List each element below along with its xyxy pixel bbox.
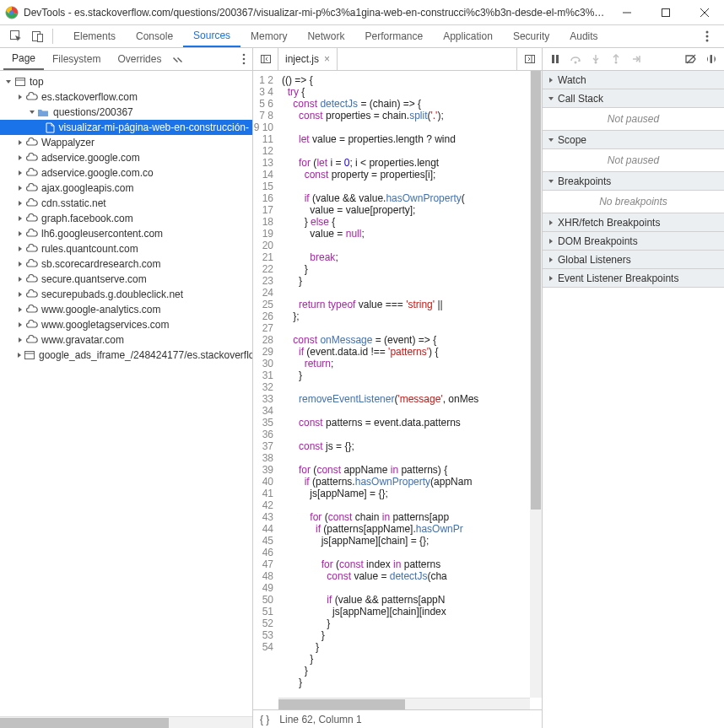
accordion-header-global-listeners[interactable]: Global Listeners — [543, 251, 724, 269]
step-into-button[interactable] — [586, 50, 605, 68]
pause-on-exceptions-button[interactable] — [702, 50, 721, 68]
device-toolbar-button[interactable] — [27, 25, 49, 47]
deactivate-breakpoints-button[interactable] — [682, 50, 700, 68]
accordion-body: Not paused — [543, 108, 724, 131]
tree-row[interactable]: visualizar-mi-página-web-en-construcción… — [0, 120, 252, 135]
inspect-element-button[interactable] — [5, 25, 27, 47]
main-tab-application[interactable]: Application — [433, 25, 503, 47]
tree-row[interactable]: ajax.googleapis.com — [0, 181, 252, 196]
tree-row[interactable]: google_ads_iframe_/248424177/es.stackove… — [0, 348, 252, 363]
svg-point-27 — [595, 62, 597, 64]
chrome-favicon-icon — [5, 6, 19, 19]
accordion-body: No breakpoints — [543, 191, 724, 213]
main-tabs: ElementsConsoleSourcesMemoryNetworkPerfo… — [63, 25, 695, 47]
main-tab-memory[interactable]: Memory — [240, 25, 297, 47]
pretty-print-button[interactable]: { } — [260, 714, 269, 725]
accordion-header-breakpoints[interactable]: Breakpoints — [543, 172, 724, 191]
main-tab-network[interactable]: Network — [297, 25, 354, 47]
navigator-subtabs: PageFilesystemOverrides — [0, 48, 252, 71]
navigator-menu-button[interactable] — [235, 48, 252, 70]
accordion-header-call-stack[interactable]: Call Stack — [543, 89, 724, 108]
tree-row[interactable]: adservice.google.com.co — [0, 165, 252, 181]
step-out-button[interactable] — [607, 50, 625, 68]
tree-row[interactable]: securepubads.g.doubleclick.net — [0, 287, 252, 302]
step-button[interactable] — [627, 50, 646, 68]
close-tab-icon[interactable]: × — [324, 53, 330, 65]
svg-rect-15 — [15, 78, 24, 86]
tree-horizontal-scrollbar[interactable] — [0, 716, 252, 728]
svg-rect-24 — [556, 55, 559, 63]
accordion-header-watch[interactable]: Watch — [543, 71, 724, 89]
main-tab-security[interactable]: Security — [503, 25, 559, 47]
svg-rect-23 — [552, 55, 554, 63]
tree-top[interactable]: top — [0, 74, 252, 89]
toggle-navigator-button[interactable] — [253, 48, 278, 70]
accordion-body: Not paused — [543, 149, 724, 172]
svg-point-12 — [243, 54, 246, 57]
more-menu-button[interactable] — [695, 25, 719, 47]
more-subtabs-button[interactable] — [170, 48, 186, 70]
svg-rect-3 — [662, 8, 670, 16]
tree-row[interactable]: lh6.googleusercontent.com — [0, 226, 252, 241]
svg-point-25 — [575, 62, 577, 64]
main-toolbar: ElementsConsoleSourcesMemoryNetworkPerfo… — [0, 25, 724, 48]
svg-point-29 — [615, 62, 618, 64]
svg-rect-17 — [25, 352, 35, 359]
file-tab-inject-js[interactable]: inject.js× — [278, 48, 338, 70]
tree-row[interactable]: graph.facebook.com — [0, 211, 252, 226]
step-over-button[interactable] — [566, 50, 585, 68]
tree-row[interactable]: adservice.google.com — [0, 150, 252, 165]
svg-point-9 — [706, 31, 709, 34]
tree-row[interactable]: sb.scorecardresearch.com — [0, 256, 252, 272]
tree-row[interactable]: secure.quantserve.com — [0, 272, 252, 287]
code-editor[interactable]: 1 2 3 4 5 6 7 8 9 10 11 12 13 14 15 16 1… — [253, 71, 542, 698]
titlebar: DevTools - es.stackoverflow.com/question… — [0, 0, 724, 25]
tree-row[interactable]: www.google-analytics.com — [0, 302, 252, 317]
tree-row[interactable]: es.stackoverflow.com — [0, 89, 252, 105]
svg-rect-34 — [708, 55, 710, 63]
code-horizontal-scrollbar[interactable] — [278, 698, 530, 709]
tree-row[interactable]: www.googletagservices.com — [0, 317, 252, 332]
main-tab-performance[interactable]: Performance — [354, 25, 433, 47]
close-button[interactable] — [685, 0, 724, 24]
svg-point-14 — [243, 62, 246, 65]
subtab-filesystem[interactable]: Filesystem — [44, 48, 109, 70]
debugger-toolbar — [543, 48, 724, 71]
editor-statusbar: { } Line 62, Column 1 — [253, 709, 542, 728]
tree-row[interactable]: Wappalyzer — [0, 135, 252, 150]
tree-row[interactable]: www.gravatar.com — [0, 332, 252, 348]
pause-button[interactable] — [546, 50, 565, 68]
code-content[interactable]: (() => { try { const detectJs = (chain) … — [278, 71, 530, 698]
main-tab-console[interactable]: Console — [126, 25, 183, 47]
minimize-button[interactable] — [608, 0, 646, 24]
file-tree[interactable]: topes.stackoverflow.comquestions/200367v… — [0, 71, 252, 716]
debugger-accordion: WatchCall StackNot pausedScopeNot paused… — [543, 71, 724, 288]
svg-rect-35 — [712, 55, 715, 63]
main-tab-sources[interactable]: Sources — [183, 25, 240, 47]
accordion-header-scope[interactable]: Scope — [543, 131, 724, 149]
accordion-header-event-listener-breakpoints[interactable]: Event Listener Breakpoints — [543, 269, 724, 288]
window-title: DevTools - es.stackoverflow.com/question… — [24, 7, 608, 19]
svg-point-13 — [243, 58, 246, 61]
maximize-button[interactable] — [646, 0, 685, 24]
tree-row[interactable]: questions/200367 — [0, 105, 252, 120]
main-tab-elements[interactable]: Elements — [63, 25, 126, 47]
accordion-header-dom-breakpoints[interactable]: DOM Breakpoints — [543, 232, 724, 251]
cursor-position: Line 62, Column 1 — [279, 714, 361, 725]
file-tab-label: inject.js — [285, 53, 319, 65]
accordion-header-xhr-fetch-breakpoints[interactable]: XHR/fetch Breakpoints — [543, 213, 724, 232]
code-gutter: 1 2 3 4 5 6 7 8 9 10 11 12 13 14 15 16 1… — [253, 71, 278, 698]
svg-point-11 — [706, 40, 709, 42]
tree-row[interactable]: cdn.sstatic.net — [0, 196, 252, 211]
file-tabs: inject.js× — [253, 48, 542, 71]
code-vertical-scrollbar[interactable] — [530, 71, 542, 698]
subtab-page[interactable]: Page — [3, 48, 44, 70]
main-tab-audits[interactable]: Audits — [559, 25, 608, 47]
tree-row[interactable]: rules.quantcount.com — [0, 241, 252, 256]
svg-rect-8 — [38, 35, 43, 42]
toggle-debugger-button[interactable] — [516, 48, 542, 70]
subtab-overrides[interactable]: Overrides — [109, 48, 170, 70]
svg-point-10 — [706, 35, 709, 38]
